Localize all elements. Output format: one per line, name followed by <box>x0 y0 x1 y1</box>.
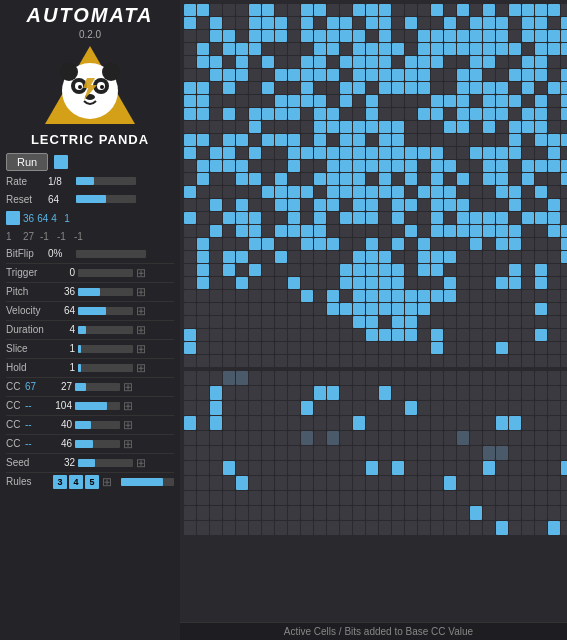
ca-cell[interactable] <box>197 82 209 94</box>
bitflip-bar-bg[interactable] <box>76 250 146 258</box>
ca-cell[interactable] <box>210 277 222 289</box>
ca-cell[interactable] <box>470 199 482 211</box>
ca-cell[interactable] <box>340 186 352 198</box>
seq-track-cell[interactable] <box>470 416 482 430</box>
ca-cell[interactable] <box>288 160 300 172</box>
ca-cell[interactable] <box>405 342 417 354</box>
ca-cell[interactable] <box>392 95 404 107</box>
ca-cell[interactable] <box>366 56 378 68</box>
ca-cell[interactable] <box>470 329 482 341</box>
seq-track-cell[interactable] <box>561 431 567 445</box>
ca-cell[interactable] <box>405 264 417 276</box>
seq-track-cell[interactable] <box>223 401 235 415</box>
hold-grid-icon[interactable]: ⊞ <box>136 361 150 375</box>
ca-cell[interactable] <box>327 264 339 276</box>
seq-track-cell[interactable] <box>548 506 560 520</box>
ca-cell[interactable] <box>483 329 495 341</box>
seq-track-cell[interactable] <box>379 431 391 445</box>
ca-cell[interactable] <box>301 121 313 133</box>
ca-cell[interactable] <box>314 17 326 29</box>
ca-cell[interactable] <box>314 186 326 198</box>
ca-cell[interactable] <box>249 186 261 198</box>
ca-cell[interactable] <box>353 147 365 159</box>
ca-cell[interactable] <box>288 303 300 315</box>
ca-cell[interactable] <box>483 147 495 159</box>
ca-cell[interactable] <box>210 251 222 263</box>
seq-track-cell[interactable] <box>496 491 508 505</box>
ca-cell[interactable] <box>223 264 235 276</box>
ca-cell[interactable] <box>366 251 378 263</box>
ca-cell[interactable] <box>444 108 456 120</box>
ca-cell[interactable] <box>522 108 534 120</box>
ca-cell[interactable] <box>353 134 365 146</box>
ca-cell[interactable] <box>457 43 469 55</box>
ca-cell[interactable] <box>366 329 378 341</box>
seq-track-cell[interactable] <box>340 521 352 535</box>
ca-cell[interactable] <box>353 342 365 354</box>
ca-cell[interactable] <box>275 225 287 237</box>
ca-cell[interactable] <box>483 316 495 328</box>
seq-track-cell[interactable] <box>522 371 534 385</box>
seq-track-cell[interactable] <box>288 491 300 505</box>
ca-cell[interactable] <box>561 290 567 302</box>
seq-track-cell[interactable] <box>405 401 417 415</box>
ca-cell[interactable] <box>249 95 261 107</box>
ca-cell[interactable] <box>379 121 391 133</box>
ca-cell[interactable] <box>457 212 469 224</box>
ca-cell[interactable] <box>561 277 567 289</box>
ca-cell[interactable] <box>327 56 339 68</box>
ca-cell[interactable] <box>535 173 547 185</box>
seq-track-cell[interactable] <box>327 446 339 460</box>
ca-cell[interactable] <box>301 17 313 29</box>
ca-cell[interactable] <box>210 17 222 29</box>
ca-cell[interactable] <box>249 251 261 263</box>
ca-cell[interactable] <box>509 56 521 68</box>
ca-cell[interactable] <box>314 56 326 68</box>
seq-track-cell[interactable] <box>210 431 222 445</box>
ca-cell[interactable] <box>392 355 404 367</box>
ca-cell[interactable] <box>340 199 352 211</box>
seed-bar-bg[interactable] <box>78 459 133 467</box>
seq-track-cell[interactable] <box>184 491 196 505</box>
ca-cell[interactable] <box>457 4 469 16</box>
ca-cell[interactable] <box>548 160 560 172</box>
ca-cell[interactable] <box>184 290 196 302</box>
seq-track-cell[interactable] <box>561 476 567 490</box>
seq-track-cell[interactable] <box>483 416 495 430</box>
run-button[interactable]: Run <box>6 153 48 171</box>
ca-cell[interactable] <box>340 251 352 263</box>
seq-track-cell[interactable] <box>535 416 547 430</box>
seq-track-cell[interactable] <box>548 521 560 535</box>
ca-cell[interactable] <box>236 17 248 29</box>
ca-cell[interactable] <box>249 355 261 367</box>
ca-cell[interactable] <box>548 4 560 16</box>
seq-track-cell[interactable] <box>496 446 508 460</box>
ca-cell[interactable] <box>483 56 495 68</box>
ca-cell[interactable] <box>379 186 391 198</box>
seq-track-cell[interactable] <box>379 446 391 460</box>
ca-cell[interactable] <box>301 108 313 120</box>
ca-cell[interactable] <box>535 225 547 237</box>
ca-cell[interactable] <box>249 147 261 159</box>
ca-cell[interactable] <box>522 4 534 16</box>
ca-cell[interactable] <box>418 329 430 341</box>
ca-cell[interactable] <box>470 186 482 198</box>
seq-track-cell[interactable] <box>340 476 352 490</box>
seq-track-cell[interactable] <box>223 431 235 445</box>
ca-cell[interactable] <box>327 173 339 185</box>
seq-track-cell[interactable] <box>275 416 287 430</box>
ca-cell[interactable] <box>353 303 365 315</box>
ca-cell[interactable] <box>431 121 443 133</box>
ca-cell[interactable] <box>509 342 521 354</box>
seq-track-cell[interactable] <box>249 446 261 460</box>
ca-cell[interactable] <box>561 212 567 224</box>
ca-cell[interactable] <box>223 160 235 172</box>
ca-cell[interactable] <box>561 186 567 198</box>
ca-cell[interactable] <box>236 238 248 250</box>
ca-cell[interactable] <box>314 199 326 211</box>
ca-cell[interactable] <box>444 173 456 185</box>
ca-cell[interactable] <box>288 342 300 354</box>
ca-cell[interactable] <box>236 95 248 107</box>
ca-cell[interactable] <box>366 355 378 367</box>
ca-cell[interactable] <box>457 186 469 198</box>
